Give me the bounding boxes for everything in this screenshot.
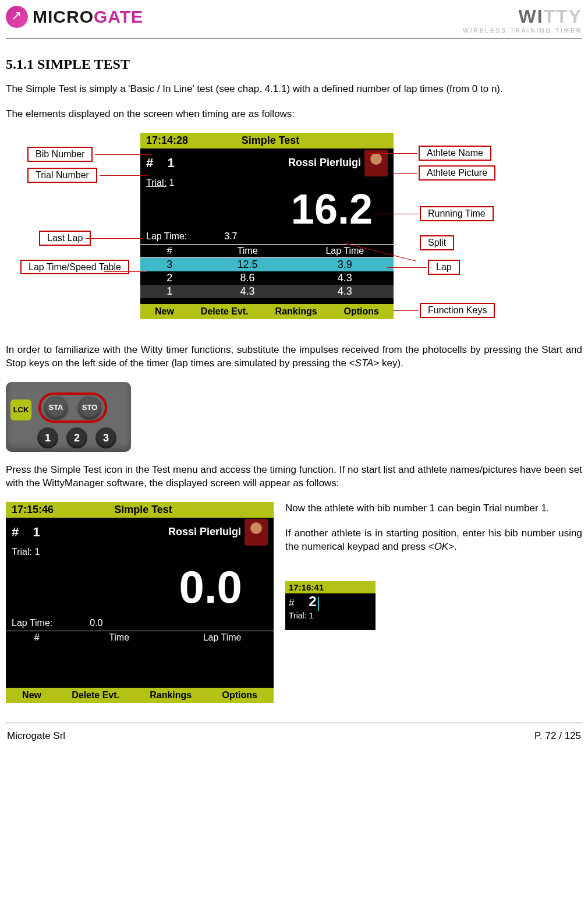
annotated-figure: 17:14:28 Simple Test # 1 Rossi Pierluigi… — [9, 133, 579, 331]
device-clock: 17:14:28 — [146, 135, 188, 147]
footer-right: P. 72 / 125 — [534, 730, 581, 742]
logo-text-2: GATE — [94, 7, 143, 26]
fn-delete: Delete Evt. — [72, 690, 119, 701]
mini-bib: 2 — [309, 593, 316, 610]
paragraph-4: Press the Simple Test icon in the Test m… — [6, 464, 582, 490]
trial-number: 1 — [34, 547, 40, 557]
device-title: Simple Test — [242, 135, 300, 147]
key-3: 3 — [95, 427, 116, 448]
microgate-logo: MICROGATE — [6, 6, 143, 28]
lck-key: LCK — [10, 399, 31, 420]
page-header: MICROGATE WITTY WIRELESS TRAINING TIMER — [6, 0, 582, 39]
right-para-2: If another athlete is in starting positi… — [285, 527, 582, 554]
highlight-oval — [38, 392, 107, 423]
cursor-icon — [318, 597, 319, 611]
callout-lap: Lap — [428, 260, 460, 275]
witty-text-2: TTY — [544, 6, 582, 27]
mini-trial-label: Trial: — [289, 611, 307, 620]
function-keys-bar: New Delete Evt. Rankings Options — [140, 304, 394, 319]
right-para-1: Now the athlete with bib number 1 can be… — [285, 502, 582, 515]
fn-rankings: Rankings — [275, 306, 317, 317]
callout-athpic: Athlete Picture — [419, 165, 495, 181]
intro-paragraph-2: The elements displayed on the screen whe… — [6, 108, 582, 121]
keys-figure: LCK STA STO 1 2 3 — [6, 382, 131, 452]
key-2: 2 — [66, 427, 87, 448]
fn-rankings: Rankings — [150, 690, 192, 701]
witty-logo: WITTY WIRELESS TRAINING TIMER — [463, 6, 582, 34]
fn-options: Options — [344, 306, 379, 317]
hash-icon: # — [289, 597, 294, 609]
mini-clock: 17:16:41 — [285, 581, 376, 593]
fn-new: New — [155, 306, 174, 317]
device-screenshot-2: 17:15:46 Simple Test # 1 Rossi Pierluigi… — [6, 502, 274, 703]
table-row: 1 4.3 4.3 — [140, 285, 394, 298]
callout-bib: Bib Number — [27, 147, 93, 162]
device-clock: 17:15:46 — [12, 504, 54, 516]
section-heading: 5.1.1 SIMPLE TEST — [6, 56, 582, 72]
page-footer: Microgate Srl P. 72 / 125 — [6, 723, 582, 749]
callout-trial: Trial Number — [27, 168, 97, 183]
trial-label: Trial: — [12, 547, 32, 557]
fn-delete: Delete Evt. — [201, 306, 249, 317]
laptime-label: Lap Time: — [146, 231, 187, 242]
logo-text-1: MICRO — [33, 7, 94, 26]
callout-athname: Athlete Name — [419, 146, 491, 161]
callout-running: Running Time — [420, 206, 494, 221]
running-time: 16.2 — [140, 188, 394, 231]
callout-split: Split — [420, 235, 454, 250]
callout-lastlap: Last Lap — [39, 231, 91, 246]
laptime-value: 0.0 — [90, 618, 102, 628]
device-screenshot-1: 17:14:28 Simple Test # 1 Rossi Pierluigi… — [140, 133, 394, 319]
bib-number: 1 — [167, 155, 196, 171]
footer-left: Microgate Srl — [7, 730, 65, 742]
paragraph-3: In order to familiarize with the Witty t… — [6, 344, 582, 370]
mini-trial-val: 1 — [309, 611, 313, 620]
athlete-name: Rossi Pierluigi — [168, 526, 241, 538]
trial-label: Trial: — [146, 178, 167, 188]
callout-fkeys: Function Keys — [420, 303, 495, 318]
function-keys-bar: New Delete Evt. Rankings Options — [6, 688, 274, 703]
fn-new: New — [22, 690, 41, 701]
hash-icon: # — [12, 525, 19, 539]
intro-paragraph-1: The Simple Test is simply a 'Basic / In … — [6, 83, 582, 96]
witty-text-1: WI — [518, 6, 543, 27]
laptime-value: 3.7 — [224, 231, 237, 242]
callout-table: Lap Time/Speed Table — [20, 260, 129, 275]
athlete-picture — [245, 519, 268, 546]
witty-subtitle: WIRELESS TRAINING TIMER — [463, 27, 582, 34]
trial-number: 1 — [169, 178, 174, 188]
hash-icon: # — [146, 155, 153, 170]
athlete-name: Rossi Pierluigi — [288, 157, 361, 169]
mini-screenshot: 17:16:41 # 2 Trial: 1 — [285, 581, 376, 630]
microgate-icon — [6, 6, 28, 28]
laptime-label: Lap Time: — [12, 618, 52, 628]
key-1: 1 — [37, 427, 58, 448]
table-row: 2 8.6 4.3 — [140, 271, 394, 285]
fn-options: Options — [222, 690, 257, 701]
running-time: 0.0 — [6, 557, 274, 618]
bib-number: 1 — [33, 525, 62, 540]
table-row: 3 12.5 3.9 — [140, 258, 394, 271]
device-title: Simple Test — [114, 504, 172, 516]
table-header: # Time Lap Time — [6, 631, 274, 644]
